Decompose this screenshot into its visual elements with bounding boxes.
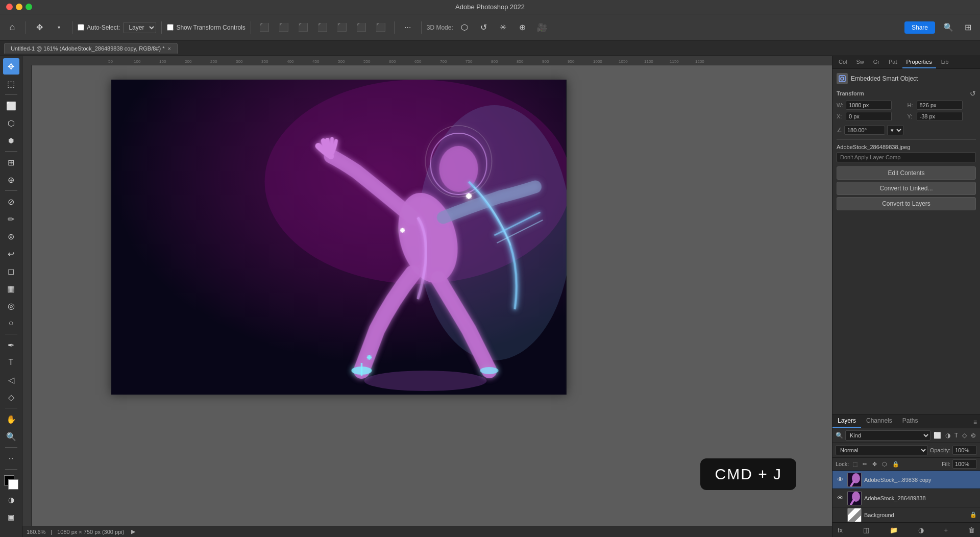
brush-tool[interactable]: ✏: [3, 211, 19, 227]
background-layer-item[interactable]: · Background 🔒: [832, 507, 980, 523]
minimize-button[interactable]: [16, 4, 22, 10]
maximize-button[interactable]: [26, 4, 32, 10]
layers-panel-expander[interactable]: ≡: [970, 417, 980, 428]
dodge-tool[interactable]: ○: [3, 315, 19, 331]
add-layer-style-btn[interactable]: fx: [836, 525, 845, 535]
auto-select-checkbox[interactable]: [78, 24, 84, 31]
add-mask-btn[interactable]: ◫: [861, 525, 871, 535]
blend-mode-select[interactable]: Normal: [836, 445, 928, 455]
history-brush-tool[interactable]: ↩: [3, 246, 19, 262]
workspace-button[interactable]: ⊞: [960, 19, 976, 36]
create-group-btn[interactable]: 📁: [888, 525, 900, 535]
fill-input[interactable]: [952, 459, 977, 469]
layers-tab[interactable]: Layers: [832, 414, 861, 428]
lock-image-btn[interactable]: ✏: [861, 460, 869, 468]
text-tool[interactable]: T: [3, 354, 19, 371]
align-top-btn[interactable]: ⬛: [314, 19, 331, 36]
height-input[interactable]: [917, 101, 963, 110]
auto-select-dropdown[interactable]: Layer: [123, 22, 156, 33]
convert-to-layers-button[interactable]: Convert to Layers: [837, 197, 976, 210]
align-bottom-btn[interactable]: ⬛: [353, 19, 370, 36]
path-select-tool[interactable]: ◁: [3, 372, 19, 388]
3d-mode-btn2[interactable]: ↺: [476, 19, 492, 36]
tab-properties[interactable]: Properties: [902, 56, 936, 68]
more-options-btn[interactable]: ···: [400, 19, 416, 36]
channels-tab[interactable]: Channels: [861, 414, 897, 428]
edit-contents-button[interactable]: Edit Contents: [837, 166, 976, 180]
delete-layer-btn[interactable]: 🗑: [966, 525, 977, 535]
healing-tool[interactable]: ⊘: [3, 193, 19, 210]
3d-mode-btn1[interactable]: ⬡: [456, 19, 473, 36]
search-button[interactable]: 🔍: [940, 19, 957, 36]
move-tool[interactable]: ✥: [3, 58, 19, 75]
new-layer-btn[interactable]: +: [942, 525, 950, 535]
tab-sw[interactable]: Sw: [852, 56, 868, 68]
y-input[interactable]: [917, 112, 963, 121]
crop-tool[interactable]: ⊞: [3, 154, 19, 170]
rect-select-tool[interactable]: ⬜: [3, 97, 19, 114]
eyedropper-tool[interactable]: ⊕: [3, 172, 19, 188]
home-button[interactable]: ⌂: [4, 19, 20, 36]
quick-mask-btn[interactable]: ◑: [3, 492, 19, 508]
lock-all-btn[interactable]: 🔒: [891, 460, 901, 468]
layer-visibility-btn[interactable]: 👁: [836, 494, 845, 502]
share-button[interactable]: Share: [904, 21, 935, 34]
tab-lib[interactable]: Lib: [937, 56, 953, 68]
filter-shape-btn[interactable]: ◇: [961, 431, 968, 440]
gradient-tool[interactable]: ▦: [3, 280, 19, 297]
tab-close-btn[interactable]: ×: [167, 45, 170, 52]
layer-item[interactable]: 👁 AdobeStock_286489838: [832, 489, 980, 507]
opacity-input[interactable]: [952, 446, 977, 455]
filter-smart-btn[interactable]: ⊚: [970, 431, 977, 440]
tab-gr[interactable]: Gr: [869, 56, 884, 68]
shape-tool[interactable]: ◇: [3, 389, 19, 405]
align-center-h-btn[interactable]: ⬛: [276, 19, 292, 36]
filter-pixel-btn[interactable]: ⬜: [933, 431, 942, 440]
align-right-btn[interactable]: ⬛: [295, 19, 311, 36]
3d-mode-btn3[interactable]: ✳: [495, 19, 511, 36]
clone-tool[interactable]: ⊚: [3, 228, 19, 245]
tab-pat[interactable]: Pat: [885, 56, 901, 68]
filter-kind-select[interactable]: Kind: [845, 430, 930, 441]
layer-comp-dropdown[interactable]: Don't Apply Layer Comp: [837, 152, 976, 162]
canvas-work-area[interactable]: CMD + J: [32, 65, 832, 526]
show-transform-checkbox[interactable]: [167, 24, 174, 31]
create-adjustment-btn[interactable]: ◑: [916, 525, 926, 535]
angle-input[interactable]: [844, 126, 885, 135]
document-tab[interactable]: Untitled-1 @ 161% (AdobeStock_286489838 …: [4, 43, 178, 54]
extra-tools-btn[interactable]: ···: [3, 450, 19, 467]
pen-tool[interactable]: ✒: [3, 337, 19, 353]
3d-mode-btn5[interactable]: 🎥: [534, 19, 550, 36]
align-middle-btn[interactable]: ⬛: [334, 19, 350, 36]
blur-tool[interactable]: ◎: [3, 298, 19, 314]
hand-tool[interactable]: ✋: [3, 411, 19, 427]
width-input[interactable]: [846, 101, 892, 110]
artboard-tool[interactable]: ⬚: [3, 76, 19, 92]
layer-visibility-btn[interactable]: ·: [836, 511, 845, 519]
quick-select-tool[interactable]: ⬢: [3, 132, 19, 149]
x-input[interactable]: [846, 112, 892, 121]
angle-dropdown[interactable]: ▾: [887, 125, 903, 135]
move-tool-dropdown[interactable]: ▾: [51, 19, 67, 36]
zoom-tool[interactable]: 🔍: [3, 428, 19, 445]
lock-position-btn[interactable]: ✥: [871, 460, 878, 468]
align-more-btn[interactable]: ⬛: [373, 19, 389, 36]
color-swatches[interactable]: [3, 474, 19, 491]
filter-text-btn[interactable]: T: [953, 431, 959, 440]
tab-col[interactable]: Col: [835, 56, 851, 68]
screen-mode-btn[interactable]: ▣: [3, 509, 19, 525]
layer-visibility-btn[interactable]: 👁: [836, 476, 845, 483]
eraser-tool[interactable]: ◻: [3, 263, 19, 279]
convert-to-linked-button[interactable]: Convert to Linked...: [837, 182, 976, 195]
close-button[interactable]: [6, 4, 13, 10]
paths-tab[interactable]: Paths: [897, 414, 923, 428]
lasso-tool[interactable]: ⬡: [3, 115, 19, 131]
move-tool-options[interactable]: ✥: [31, 19, 47, 36]
transform-reset-btn[interactable]: ↺: [970, 89, 976, 97]
3d-mode-btn4[interactable]: ⊕: [514, 19, 531, 36]
filter-adjustment-btn[interactable]: ◑: [944, 431, 951, 440]
align-left-btn[interactable]: ⬛: [256, 19, 273, 36]
lock-artboard-btn[interactable]: ⬡: [880, 460, 889, 468]
lock-transparent-btn[interactable]: ⬚: [851, 460, 859, 468]
layer-item[interactable]: 👁 AdobeStock_...89838 copy: [832, 471, 980, 489]
